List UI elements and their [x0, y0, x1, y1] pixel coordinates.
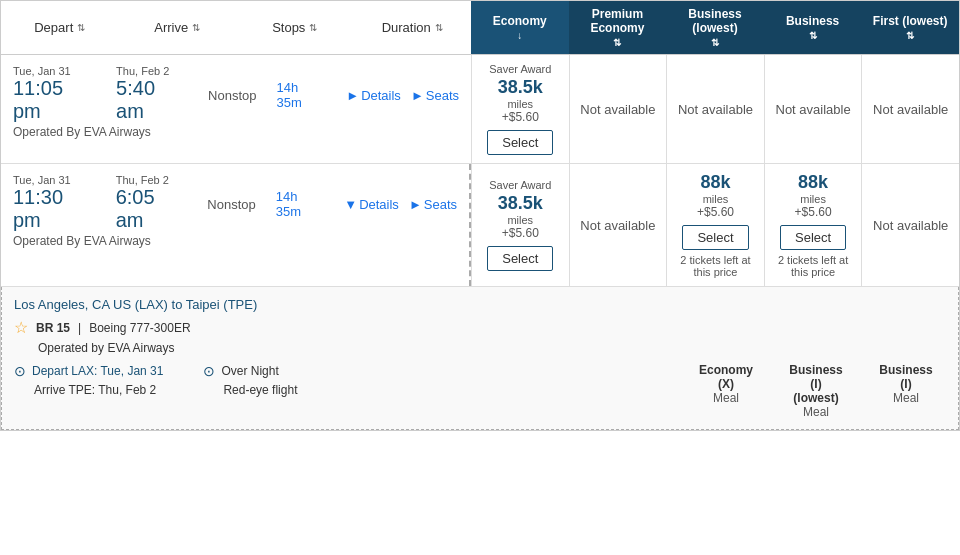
miles-2: 38.5k: [498, 193, 543, 214]
fare-cells-2: Saver Award 38.5k miles +$5.60 Select No…: [471, 164, 959, 286]
redeye-label: Red-eye flight: [203, 383, 297, 397]
biz-cell-2: 88k miles +$5.60 Select 2 tickets left a…: [764, 164, 862, 286]
depart-block-2: Tue, Jan 31 11:30 pm: [13, 174, 96, 232]
fare-class-biz-detail: Meal: [866, 391, 946, 405]
tickets-left-biz-lowest-2: 2 tickets left at this price: [671, 254, 760, 278]
flight-dates-2: Tue, Jan 31 11:30 pm Thu, Feb 2 6:05 am …: [13, 174, 457, 232]
biz-lowest-fee-2: +$5.60: [697, 205, 734, 219]
biz-fee-2: +$5.60: [795, 205, 832, 219]
premium-sort-icon: ⇅: [613, 37, 621, 48]
fee-1: +$5.60: [502, 110, 539, 124]
depart-sort-icon: ⇅: [77, 22, 85, 33]
fare-class-economy: Economy(X) Meal: [686, 363, 766, 419]
clock-icon: ⊙: [14, 363, 26, 379]
flight-meta-2: Nonstop 14h 35m ▼ Details ► Seats: [207, 176, 457, 232]
first-sort-icon: ⇅: [906, 30, 914, 41]
arrive-time-1: 5:40 am: [116, 77, 188, 123]
depart-block-1: Tue, Jan 31 11:05 pm: [13, 65, 96, 123]
flight-number: BR 15: [36, 321, 70, 335]
flight-dates-1: Tue, Jan 31 11:05 pm Thu, Feb 2 5:40 am …: [13, 65, 459, 123]
depart-info: Depart LAX: Tue, Jan 31: [32, 364, 163, 378]
miles-unit-1: miles: [507, 98, 533, 110]
depart-time-1: 11:05 pm: [13, 77, 96, 123]
first-unavailable-2: Not available: [873, 218, 948, 233]
select-btn-biz-lowest-2[interactable]: Select: [682, 225, 748, 250]
premium-unavailable-2: Not available: [580, 218, 655, 233]
first-cell-1: Not available: [861, 55, 959, 163]
fare-class-biz-lowest-title: Business(I)(lowest): [776, 363, 856, 405]
fare-class-biz-lowest: Business(I)(lowest) Meal: [776, 363, 856, 419]
flight-links-1: ► Details ► Seats: [346, 88, 459, 103]
stops-1: Nonstop: [208, 88, 256, 103]
select-btn-2[interactable]: Select: [487, 246, 553, 271]
stops-header[interactable]: Stops ⇅: [236, 9, 354, 46]
overnight-icon: ⊙: [203, 363, 215, 379]
fare-class-biz-title: Business(I): [866, 363, 946, 391]
biz-miles-unit-2: miles: [800, 193, 826, 205]
select-btn-biz-2[interactable]: Select: [780, 225, 846, 250]
arrive-header[interactable]: Arrive ⇅: [119, 9, 237, 46]
economy-header[interactable]: Economy ↓: [471, 1, 569, 54]
arrive-sort-icon: ⇅: [192, 22, 200, 33]
flight-links-2: ▼ Details ► Seats: [344, 197, 457, 212]
biz-lowest-miles-unit-2: miles: [703, 193, 729, 205]
seats-link-1[interactable]: ► Seats: [411, 88, 459, 103]
separator: |: [78, 321, 81, 335]
arrive-block-2: Thu, Feb 2 6:05 am: [116, 174, 188, 232]
duration-link-2[interactable]: 14h 35m: [276, 189, 324, 219]
left-headers: Depart ⇅ Arrive ⇅ Stops ⇅ Duration ⇅: [1, 1, 471, 54]
premium-economy-header[interactable]: Premium Economy ⇅: [569, 1, 667, 54]
overnight-label: Over Night: [221, 364, 278, 378]
arrive-date-1: Thu, Feb 2: [116, 65, 188, 77]
select-btn-1[interactable]: Select: [487, 130, 553, 155]
economy-cell-2: Saver Award 38.5k miles +$5.60 Select: [471, 164, 569, 286]
fare-class-biz-lowest-detail: Meal: [776, 405, 856, 419]
operated-2: Operated By EVA Airways: [13, 234, 457, 248]
duration-link-1[interactable]: 14h 35m: [277, 80, 327, 110]
details-panel: Los Angeles, CA US (LAX) to Taipei (TPE)…: [1, 287, 959, 430]
aircraft: Boeing 777-300ER: [89, 321, 190, 335]
flight-row-2: Tue, Jan 31 11:30 pm Thu, Feb 2 6:05 am …: [1, 164, 959, 287]
miles-1: 38.5k: [498, 77, 543, 98]
seats-link-2[interactable]: ► Seats: [409, 197, 457, 212]
biz-lowest-unavailable-1: Not available: [678, 102, 753, 117]
biz-cell-1: Not available: [764, 55, 862, 163]
business-lowest-header[interactable]: Business (lowest) ⇅: [666, 1, 764, 54]
fare-headers: Economy ↓ Premium Economy ⇅ Business (lo…: [471, 1, 959, 54]
premium-cell-2: Not available: [569, 164, 667, 286]
flight-meta-1: Nonstop 14h 35m ► Details ► Seats: [208, 67, 459, 123]
depart-header[interactable]: Depart ⇅: [1, 9, 119, 46]
route-title: Los Angeles, CA US (LAX) to Taipei (TPE): [14, 297, 257, 312]
operated-1: Operated By EVA Airways: [13, 125, 459, 139]
fare-cells-1: Saver Award 38.5k miles +$5.60 Select No…: [471, 55, 959, 163]
duration-header[interactable]: Duration ⇅: [354, 9, 472, 46]
operated-detail: Operated by EVA Airways: [14, 341, 946, 355]
first-unavailable-1: Not available: [873, 102, 948, 117]
first-cell-2: Not available: [861, 164, 959, 286]
arrive-block-1: Thu, Feb 2 5:40 am: [116, 65, 188, 123]
biz-lowest-cell-2: 88k miles +$5.60 Select 2 tickets left a…: [666, 164, 764, 286]
details-link-2[interactable]: ▼ Details: [344, 197, 399, 212]
arrive-info: Arrive TPE: Thu, Feb 2: [14, 383, 163, 397]
flight-info-1: Tue, Jan 31 11:05 pm Thu, Feb 2 5:40 am …: [1, 55, 471, 163]
economy-cell-1: Saver Award 38.5k miles +$5.60 Select: [471, 55, 569, 163]
fare-class-economy-detail: Meal: [686, 391, 766, 405]
star-icon: ☆: [14, 318, 28, 337]
duration-sort-icon: ⇅: [435, 22, 443, 33]
biz-lowest-miles-2: 88k: [700, 172, 730, 193]
saver-label-2: Saver Award: [489, 179, 551, 191]
saver-label-1: Saver Award: [489, 63, 551, 75]
economy-sort-icon: ↓: [517, 30, 522, 41]
depart-date-1: Tue, Jan 31: [13, 65, 96, 77]
fare-classes-container: Economy(X) Meal Business(I)(lowest) Meal…: [337, 363, 946, 419]
depart-time-2: 11:30 pm: [13, 186, 96, 232]
biz-lowest-cell-1: Not available: [666, 55, 764, 163]
premium-cell-1: Not available: [569, 55, 667, 163]
biz-lowest-sort-icon: ⇅: [711, 37, 719, 48]
business-header[interactable]: Business ⇅: [764, 1, 862, 54]
first-lowest-header[interactable]: First (lowest) ⇅: [861, 1, 959, 54]
details-link-1[interactable]: ► Details: [346, 88, 401, 103]
flight-info-2: Tue, Jan 31 11:30 pm Thu, Feb 2 6:05 am …: [1, 164, 471, 286]
stops-2: Nonstop: [207, 197, 255, 212]
biz-sort-icon: ⇅: [809, 30, 817, 41]
